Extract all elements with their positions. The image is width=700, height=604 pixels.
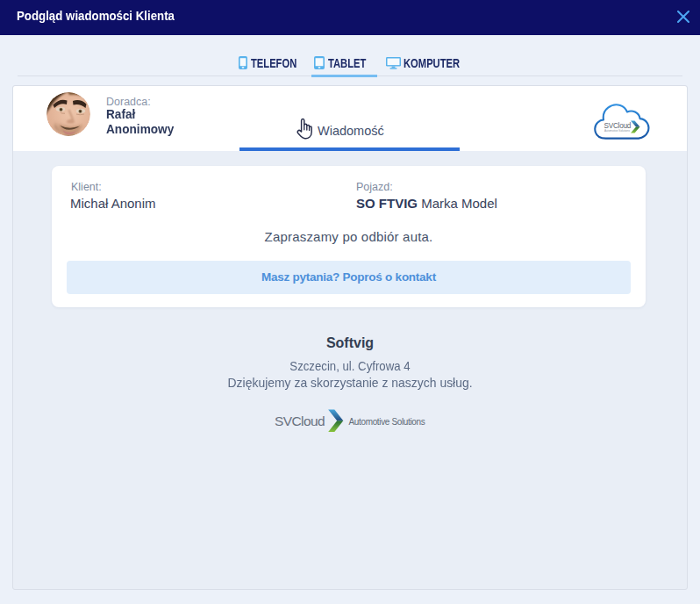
svg-text:Automotive Solutions: Automotive Solutions — [604, 129, 631, 133]
svg-text:Automotive Solutions: Automotive Solutions — [349, 417, 425, 427]
svg-text:SVCloud: SVCloud — [275, 413, 325, 428]
